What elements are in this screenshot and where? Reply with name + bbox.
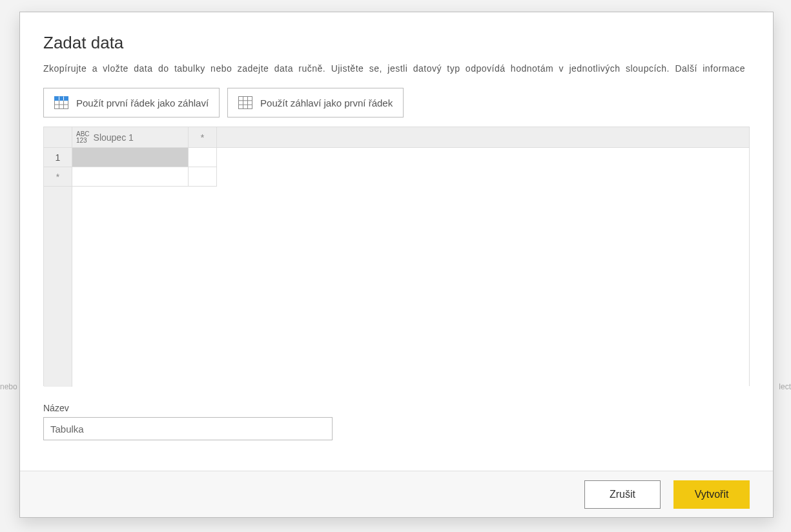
addrow-fill xyxy=(217,167,749,187)
row-1-number[interactable]: 1 xyxy=(44,148,72,167)
dialog-title: Zadat data xyxy=(43,33,750,53)
grid-add-row: * xyxy=(44,167,749,187)
bg-text-left: nebo xyxy=(0,382,17,391)
cell-addrow-c1[interactable] xyxy=(72,167,189,187)
cell-r1-c1[interactable] xyxy=(72,148,189,167)
table-grid-icon xyxy=(238,96,252,109)
cell-r1-addcol[interactable] xyxy=(189,148,217,167)
row-1-fill xyxy=(217,148,749,167)
grid-row-1: 1 xyxy=(44,148,749,167)
table-header-icon xyxy=(54,96,68,109)
column-header-1[interactable]: ABC 123 Sloupec 1 xyxy=(72,127,189,148)
cell-addrow-addcol[interactable] xyxy=(189,167,217,187)
enter-data-dialog: Zadat data Zkopírujte a vložte data do t… xyxy=(19,12,774,518)
more-info-link[interactable]: Další informace xyxy=(675,63,745,74)
add-column-button[interactable]: * xyxy=(189,127,217,148)
use-header-as-first-row-button[interactable]: Použít záhlaví jako první řádek xyxy=(227,88,404,118)
subtitle-text: Zkopírujte a vložte data do tabulky nebo… xyxy=(43,63,670,74)
use-first-row-as-header-label: Použít první řádek jako záhlaví xyxy=(76,97,209,108)
add-row-button[interactable]: * xyxy=(44,167,72,187)
toolbar: Použít první řádek jako záhlaví Použít z… xyxy=(43,88,750,118)
bg-text-right: lect xyxy=(779,382,791,391)
create-button[interactable]: Vytvořit xyxy=(673,480,750,509)
grid-header-fill xyxy=(217,127,749,148)
dialog-subtitle: Zkopírujte a vložte data do tabulky nebo… xyxy=(43,63,750,74)
table-name-input[interactable] xyxy=(43,417,333,440)
cancel-button[interactable]: Zrušit xyxy=(584,480,661,509)
row-gutter-fill xyxy=(44,187,72,387)
name-section: Název xyxy=(43,403,750,440)
column-type-icon: ABC 123 xyxy=(76,131,90,144)
dialog-footer: Zrušit Vytvořit xyxy=(20,471,773,517)
grid-remainder xyxy=(44,187,749,387)
svg-rect-1 xyxy=(55,97,68,101)
name-label: Název xyxy=(43,403,750,413)
grid-header-row: ABC 123 Sloupec 1 * xyxy=(44,127,749,148)
dialog-body: Zadat data Zkopírujte a vložte data do t… xyxy=(20,12,773,471)
grid-body-fill xyxy=(72,187,749,387)
column-1-name: Sloupec 1 xyxy=(94,132,134,143)
type-abc: ABC xyxy=(76,131,90,138)
use-first-row-as-header-button[interactable]: Použít první řádek jako záhlaví xyxy=(43,88,220,118)
svg-rect-7 xyxy=(239,97,252,109)
data-grid[interactable]: ABC 123 Sloupec 1 * 1 * xyxy=(43,127,750,386)
grid-corner[interactable] xyxy=(44,127,72,148)
type-123: 123 xyxy=(76,138,90,144)
use-header-as-first-row-label: Použít záhlaví jako první řádek xyxy=(260,97,393,108)
